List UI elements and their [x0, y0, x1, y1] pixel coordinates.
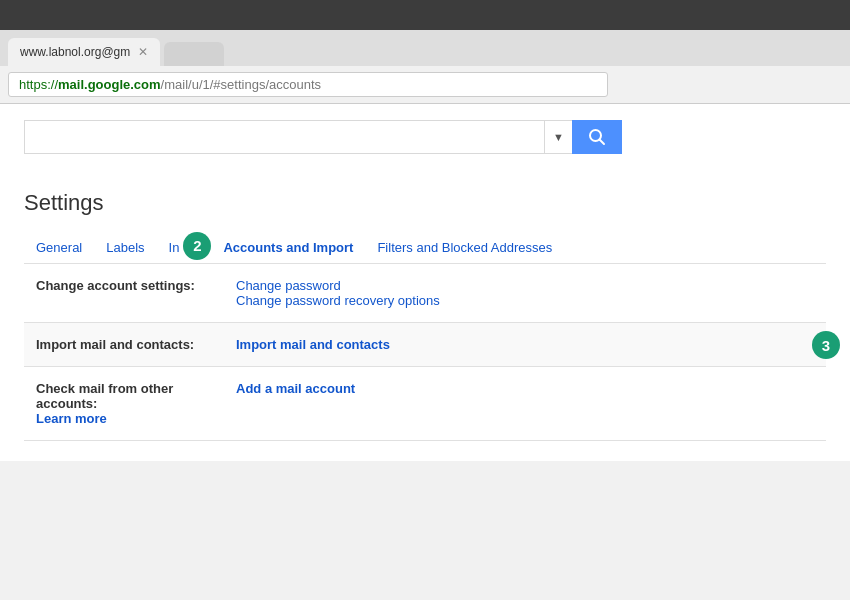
- address-bar-row: https://mail.google.com/mail/u/1/#settin…: [0, 66, 850, 104]
- tab-filters[interactable]: Filters and Blocked Addresses: [365, 232, 564, 263]
- browser-top-bar: [0, 0, 850, 30]
- new-tab-placeholder: [164, 42, 224, 66]
- row-label-import: Import mail and contacts:: [24, 323, 224, 367]
- settings-table: Change account settings: Change password…: [24, 264, 826, 441]
- row-label-check-mail: Check mail from other accounts: Learn mo…: [24, 367, 224, 441]
- url-protocol: https://: [19, 77, 58, 92]
- svg-line-1: [599, 140, 604, 145]
- url-path: /mail/u/1/#settings/accounts: [161, 77, 321, 92]
- import-mail-contacts-link[interactable]: Import mail and contacts: [236, 337, 390, 352]
- change-password-recovery-link[interactable]: Change password recovery options: [236, 293, 440, 308]
- change-password-link[interactable]: Change password: [236, 278, 341, 293]
- page-title: Settings: [24, 190, 826, 216]
- search-input[interactable]: [33, 129, 536, 145]
- badge-3: 3: [812, 331, 840, 359]
- url-host: mail.google.com: [58, 77, 161, 92]
- search-input-wrap: [24, 120, 544, 154]
- search-dropdown-button[interactable]: ▼: [544, 120, 572, 154]
- table-row: Import mail and contacts: Import mail an…: [24, 323, 826, 367]
- search-button[interactable]: [572, 120, 622, 154]
- row-content-change-account: Change password Change password recovery…: [224, 264, 826, 323]
- search-icon: [588, 128, 606, 146]
- page-content: Settings General Labels In2 Accounts and…: [0, 170, 850, 461]
- learn-more-link[interactable]: Learn more: [36, 411, 107, 426]
- browser-tab[interactable]: www.labnol.org@gm ✕: [8, 38, 160, 66]
- row-label-change-account: Change account settings:: [24, 264, 224, 323]
- settings-tabs: General Labels In2 Accounts and Import F…: [24, 232, 826, 264]
- table-row: Change account settings: Change password…: [24, 264, 826, 323]
- address-bar[interactable]: https://mail.google.com/mail/u/1/#settin…: [8, 72, 608, 97]
- tab-title: www.labnol.org@gm: [20, 45, 130, 59]
- tab-close-icon[interactable]: ✕: [138, 45, 148, 59]
- row-content-import: Import mail and contacts 3: [224, 323, 826, 367]
- tab-labels[interactable]: Labels: [94, 232, 156, 263]
- badge-2: 2: [183, 232, 211, 260]
- table-row: Check mail from other accounts: Learn mo…: [24, 367, 826, 441]
- tab-accounts-import[interactable]: Accounts and Import: [211, 232, 365, 263]
- row-content-check-mail: Add a mail account: [224, 367, 826, 441]
- tab-general[interactable]: General: [24, 232, 94, 263]
- tab-bar: www.labnol.org@gm ✕: [0, 30, 850, 66]
- add-mail-account-link[interactable]: Add a mail account: [236, 381, 355, 396]
- tab-inbox[interactable]: In: [157, 232, 182, 263]
- search-row: ▼: [0, 104, 850, 170]
